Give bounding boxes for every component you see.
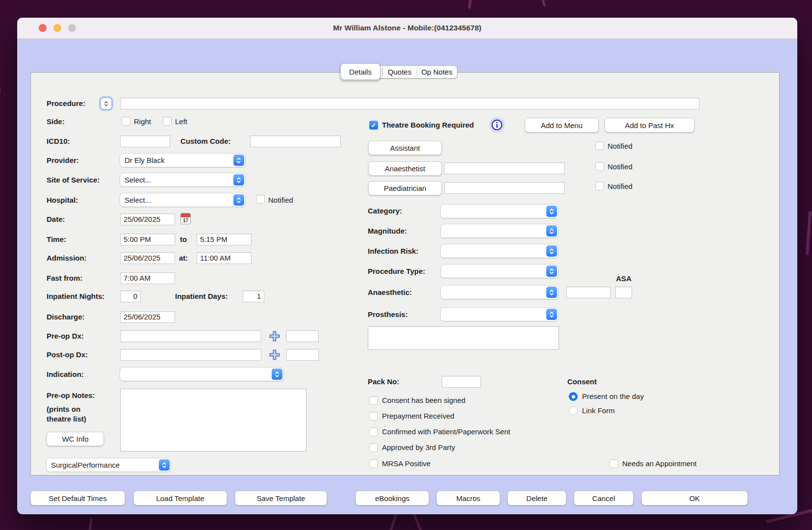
macros-button[interactable]: Macros	[436, 491, 500, 505]
site-of-service-select[interactable]: Select...	[120, 173, 245, 186]
chevron-updown-icon	[104, 100, 108, 107]
assistant-button[interactable]: Assistant	[368, 141, 442, 155]
consent-signed-checkbox[interactable]	[369, 396, 378, 405]
category-select[interactable]	[441, 205, 558, 218]
chevron-updown-icon	[546, 309, 557, 320]
inpatient-nights-input[interactable]: 0	[120, 291, 141, 302]
theatre-booking-checkbox[interactable]	[369, 121, 378, 130]
tab-quotes[interactable]: Quotes	[382, 66, 417, 78]
paediatrician-notified-checkbox[interactable]	[595, 182, 604, 190]
anaesthetist-notified-label: Notified	[608, 162, 633, 172]
confirmed-checkbox[interactable]	[369, 427, 378, 436]
paediatrician-input[interactable]	[444, 182, 565, 194]
title-bar: Mr William Alstone - Mobile:(0412345678)	[17, 18, 797, 39]
chevron-updown-icon	[233, 155, 244, 166]
tab-details[interactable]: Details	[340, 63, 381, 80]
needs-appointment-label: Needs an Appointment	[622, 459, 697, 469]
add-to-menu-button[interactable]: Add to Menu	[525, 118, 599, 132]
time-to-label: to	[180, 235, 187, 244]
paediatrician-button[interactable]: Paediatrician	[368, 181, 442, 195]
procedure-label: Procedure:	[47, 99, 85, 108]
anaesthetic-detail-input[interactable]	[566, 287, 610, 298]
admission-date-input[interactable]: 25/06/2025	[120, 252, 175, 264]
side-right-checkbox[interactable]	[122, 117, 130, 126]
prosthesis-notes-textarea[interactable]	[368, 326, 559, 350]
provider-select[interactable]: Dr Ely Black	[120, 154, 245, 167]
pack-no-input[interactable]	[442, 376, 481, 388]
wc-info-button[interactable]: WC Info	[47, 432, 104, 446]
fast-from-input[interactable]: 7:00 AM	[120, 272, 175, 284]
admission-time-input[interactable]: 11:00 AM	[197, 252, 252, 264]
anaesthetic-select[interactable]	[441, 286, 558, 299]
procedure-input[interactable]	[120, 98, 700, 109]
anaesthetic-label: Anaesthetic:	[368, 288, 412, 297]
consent-linkform-radio[interactable]	[569, 406, 578, 415]
consent-linkform-label: Link Form	[582, 406, 615, 416]
consent-title: Consent	[567, 377, 597, 387]
anaesthetist-input[interactable]	[444, 162, 565, 174]
magnitude-select[interactable]	[441, 224, 558, 238]
indication-select[interactable]	[120, 368, 283, 381]
hospital-notified-checkbox[interactable]	[256, 195, 265, 204]
preop-dx-code-input[interactable]	[286, 330, 319, 342]
hospital-select[interactable]: Select...	[120, 193, 245, 207]
preop-dx-label: Pre-op Dx:	[47, 331, 84, 341]
postop-dx-add-icon[interactable]	[269, 349, 280, 361]
postop-dx-input[interactable]	[120, 349, 261, 361]
info-icon[interactable]	[491, 119, 503, 131]
discharge-input[interactable]: 25/06/2025	[120, 311, 175, 323]
asa-label: ASA	[613, 274, 634, 284]
fast-from-label: Fast from:	[47, 273, 82, 283]
custom-code-input[interactable]	[250, 135, 341, 147]
preop-notes-textarea[interactable]	[120, 389, 306, 451]
side-left-label: Left	[175, 117, 187, 127]
procedure-type-select[interactable]	[441, 265, 558, 278]
theatre-booking-label: Theatre Booking Required	[382, 120, 474, 130]
custom-code-label: Custom Code:	[180, 136, 231, 146]
prepayment-checkbox[interactable]	[369, 412, 378, 421]
anaesthetist-notified-checkbox[interactable]	[595, 162, 604, 171]
site-of-service-label: Site of Service:	[47, 175, 100, 185]
anaesthetist-button[interactable]: Anaesthetist	[368, 161, 442, 176]
admission-label: Admission:	[47, 253, 87, 263]
time-to-input[interactable]: 5:15 PM	[197, 234, 252, 245]
postop-dx-code-input[interactable]	[286, 349, 319, 361]
infection-risk-select[interactable]	[441, 244, 558, 258]
prosthesis-select[interactable]	[441, 308, 558, 321]
set-default-times-button[interactable]: Set Default Times	[30, 491, 125, 505]
template-select[interactable]: SurgicalPerformance	[47, 458, 171, 472]
approved-checkbox[interactable]	[369, 443, 378, 452]
date-input[interactable]: 25/06/2025	[120, 213, 175, 225]
calendar-icon[interactable]: 17	[180, 213, 191, 224]
preop-dx-add-icon[interactable]	[269, 330, 280, 342]
side-left-checkbox[interactable]	[163, 117, 172, 126]
mrsa-checkbox[interactable]	[369, 459, 378, 468]
consent-present-radio[interactable]	[569, 392, 578, 401]
approved-label: Approved by 3rd Party	[382, 443, 455, 452]
procedure-stepper[interactable]	[101, 98, 112, 109]
preop-dx-input[interactable]	[120, 330, 261, 342]
chevron-updown-icon	[233, 174, 244, 186]
prosthesis-label: Prosthesis:	[368, 310, 408, 319]
paediatrician-notified-label: Notified	[608, 182, 633, 191]
icd10-input[interactable]	[120, 135, 170, 147]
asa-input[interactable]	[615, 287, 632, 298]
delete-button[interactable]: Delete	[508, 491, 566, 505]
ebookings-button[interactable]: eBookings	[355, 491, 429, 505]
tab-op-notes[interactable]: Op Notes	[417, 66, 457, 78]
dialog-window: Mr William Alstone - Mobile:(0412345678)…	[17, 18, 797, 514]
time-from-input[interactable]: 5:00 PM	[120, 234, 175, 245]
add-to-past-hx-button[interactable]: Add to Past Hx	[605, 118, 694, 132]
wallpaper-line	[0, 88, 1, 123]
ok-button[interactable]: OK	[641, 491, 748, 505]
chevron-updown-icon	[546, 245, 557, 257]
inpatient-days-input[interactable]: 1	[243, 291, 264, 302]
category-label: Category:	[368, 206, 402, 216]
load-template-button[interactable]: Load Template	[133, 491, 227, 505]
chevron-updown-icon	[546, 225, 557, 237]
cancel-button[interactable]: Cancel	[574, 491, 634, 505]
assistant-notified-checkbox[interactable]	[595, 141, 604, 150]
needs-appointment-checkbox[interactable]	[609, 459, 618, 468]
save-template-button[interactable]: Save Template	[235, 491, 327, 505]
window-title: Mr William Alstone - Mobile:(0412345678)	[17, 18, 797, 38]
